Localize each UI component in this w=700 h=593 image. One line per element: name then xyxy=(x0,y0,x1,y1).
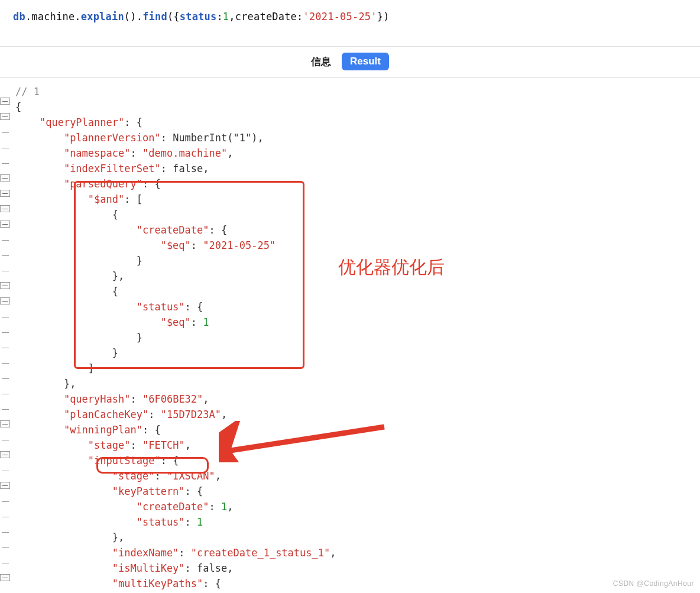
fold-tick-icon xyxy=(2,148,9,148)
code-line: "inputStage": { xyxy=(0,453,700,468)
code-line: "$eq": "2021-05-25" xyxy=(0,238,700,253)
code-line: "namespace": "demo.machine", xyxy=(0,145,700,161)
code-line: "winningPlan": { xyxy=(0,422,700,438)
fold-tick-icon xyxy=(2,563,9,563)
token-status-key: status xyxy=(180,11,217,22)
token-createdate-key: createDate xyxy=(235,11,297,22)
code-line: ] xyxy=(0,361,700,376)
code-line: "keyPattern": { xyxy=(0,484,700,499)
code-line: "indexFilterSet": false, xyxy=(0,161,700,176)
fold-icon[interactable] xyxy=(0,482,10,489)
fold-tick-icon xyxy=(2,517,9,517)
code-line: "indexName": "createDate_1_status_1", xyxy=(0,545,700,560)
code-line: } xyxy=(0,345,700,361)
code-line: "$eq": 1 xyxy=(0,315,700,330)
code-line: "stage": "FETCH", xyxy=(0,438,700,453)
fold-tick-icon xyxy=(2,409,9,410)
fold-tick-icon xyxy=(2,240,9,241)
code-line: "status": 1 xyxy=(0,514,700,530)
fold-tick-icon xyxy=(2,348,9,348)
fold-tick-icon xyxy=(2,440,9,440)
code-line: { xyxy=(0,99,700,115)
code-line: { xyxy=(0,284,700,299)
fold-tick-icon xyxy=(2,547,9,548)
query-bar: db.machine.explain().find({status:1,crea… xyxy=(0,0,700,47)
fold-tick-icon xyxy=(2,501,9,502)
fold-icon[interactable] xyxy=(0,113,10,120)
fold-tick-icon xyxy=(2,163,9,164)
token-createdate-val: '2021-05-25' xyxy=(303,11,377,22)
code-line: "planCacheKey": "15D7D23A", xyxy=(0,407,700,422)
fold-icon[interactable] xyxy=(0,174,10,182)
code-line: "status": { xyxy=(0,299,700,315)
token-collection: machine xyxy=(31,11,74,22)
code-line: "$and": [ xyxy=(0,192,700,207)
annotation-label-optimizer: 优化器优化后 xyxy=(338,255,445,280)
fold-tick-icon xyxy=(2,532,9,533)
code-line: }, xyxy=(0,376,700,391)
fold-icon[interactable] xyxy=(0,282,10,289)
fold-icon[interactable] xyxy=(0,574,10,581)
code-line: } xyxy=(0,330,700,345)
token-status-val: 1 xyxy=(223,11,229,22)
code-line: "stage": "IXSCAN", xyxy=(0,468,700,484)
fold-icon[interactable] xyxy=(0,190,10,197)
token-explain: explain xyxy=(81,11,124,22)
code-line: "multiKeyPaths": { xyxy=(0,576,700,591)
code-line: // 1 xyxy=(0,84,700,99)
code-line: { xyxy=(0,207,700,222)
fold-tick-icon xyxy=(2,394,9,394)
token-find: find xyxy=(142,11,167,22)
tab-info[interactable]: 信息 xyxy=(311,55,331,69)
code-line: "createDate": { xyxy=(0,222,700,238)
fold-tick-icon xyxy=(2,271,9,271)
fold-tick-icon xyxy=(2,378,9,379)
fold-icon[interactable] xyxy=(0,205,10,212)
fold-tick-icon xyxy=(2,471,9,471)
fold-icon[interactable] xyxy=(0,420,10,427)
code-line: "createDate": 1, xyxy=(0,499,700,514)
code-line: "queryPlanner": { xyxy=(0,115,700,130)
result-editor: // 1 { "queryPlanner": { "plannerVersion… xyxy=(0,78,700,591)
fold-icon[interactable] xyxy=(0,221,10,228)
code-line: }, xyxy=(0,530,700,545)
fold-tick-icon xyxy=(2,317,9,317)
fold-tick-icon xyxy=(2,363,9,364)
tabs-bar: 信息 Result xyxy=(0,47,700,78)
fold-icon[interactable] xyxy=(0,98,10,105)
code-line: "queryHash": "6F06BE32", xyxy=(0,391,700,407)
fold-icon[interactable] xyxy=(0,297,10,304)
code-line: "plannerVersion": NumberInt("1"), xyxy=(0,130,700,145)
code-line: "isMultiKey": false, xyxy=(0,560,700,576)
fold-tick-icon xyxy=(2,132,9,133)
fold-icon[interactable] xyxy=(0,451,10,458)
fold-tick-icon xyxy=(2,255,9,256)
token-db: db xyxy=(13,11,25,22)
watermark: CSDN @CodingAnHour xyxy=(613,579,694,588)
fold-tick-icon xyxy=(2,332,9,333)
tab-result[interactable]: Result xyxy=(342,53,389,70)
code-line: "parsedQuery": { xyxy=(0,176,700,192)
